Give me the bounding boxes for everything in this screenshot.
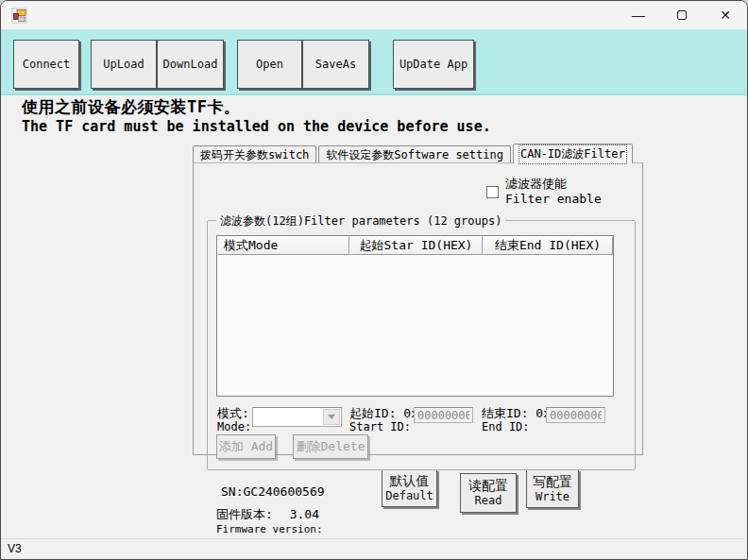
minimize-icon: — xyxy=(632,8,645,23)
titlebar: — ✕ xyxy=(1,1,747,29)
chevron-down-icon xyxy=(328,415,335,419)
toolbar: Connect UpLoad DownLoad Open SaveAs UpDa… xyxy=(1,29,747,95)
tab-control: 拨码开关参数switch 软件设定参数Software setting CAN-… xyxy=(193,144,643,455)
app-window: — ✕ Connect UpLoad DownLoad Open SaveAs … xyxy=(0,0,748,560)
download-button[interactable]: DownLoad xyxy=(157,40,224,89)
tab-strip: 拨码开关参数switch 软件设定参数Software setting CAN-… xyxy=(193,144,635,163)
open-button[interactable]: Open xyxy=(237,40,302,89)
default-button-label-en: Default xyxy=(385,489,434,503)
add-button[interactable]: 添加 Add xyxy=(216,434,276,459)
write-button-label-en: Write xyxy=(536,490,570,504)
firmware-value: 3.04 xyxy=(290,507,319,521)
read-button-label-en: Read xyxy=(475,494,502,508)
start-id-label-cn: 起始ID: 0x xyxy=(349,406,418,420)
filter-enable-checkbox[interactable] xyxy=(486,186,499,198)
update-app-button[interactable]: UpDate App xyxy=(393,40,474,89)
end-id-label-en: End ID: xyxy=(482,420,551,434)
saveas-button[interactable]: SaveAs xyxy=(302,40,369,89)
maximize-icon xyxy=(677,10,687,20)
connect-button[interactable]: Connect xyxy=(13,40,79,89)
delete-button[interactable]: 删除Delete xyxy=(293,434,368,459)
tab-label: CAN-ID滤波Filter xyxy=(520,146,625,162)
filter-parameters-group: 滤波参数(12组)Filter parameters (12 groups) 模… xyxy=(207,220,636,470)
tab-software-setting[interactable]: 软件设定参数Software setting xyxy=(318,145,511,163)
tab-canid-filter[interactable]: CAN-ID滤波Filter xyxy=(513,144,633,163)
end-id-input[interactable] xyxy=(546,407,605,423)
end-id-label-cn: 结束ID: 0x xyxy=(482,406,551,420)
filter-enable-label-en: Filter enable xyxy=(505,192,602,207)
column-header-start-id[interactable]: 起始Star ID(HEX) xyxy=(349,236,483,255)
filter-table-header: 模式Mode 起始Star ID(HEX) 结束End ID(HEX) xyxy=(217,236,613,255)
column-header-mode[interactable]: 模式Mode xyxy=(217,236,349,255)
status-text: V3 xyxy=(8,542,22,555)
filter-table[interactable]: 模式Mode 起始Star ID(HEX) 结束End ID(HEX) xyxy=(216,235,614,397)
upload-button[interactable]: UpLoad xyxy=(91,40,157,89)
filter-parameters-group-title: 滤波参数(12组)Filter parameters (12 groups) xyxy=(216,213,505,229)
serial-number: SN:GC240600569 xyxy=(221,484,325,499)
mode-combobox[interactable] xyxy=(252,407,342,427)
tab-switch-params[interactable]: 拨码开关参数switch xyxy=(193,145,316,163)
default-button[interactable]: 默认值 Default xyxy=(382,469,437,507)
firmware-version-row: 固件版本: 3.04 xyxy=(216,506,319,523)
read-button-label-cn: 读配置 xyxy=(468,478,508,494)
default-button-label-cn: 默认值 xyxy=(390,473,430,489)
firmware-label-en: Firmware version: xyxy=(216,523,323,535)
write-button[interactable]: 写配置 Write xyxy=(526,469,579,508)
status-bar: V3 xyxy=(1,538,747,559)
firmware-label-cn: 固件版本: xyxy=(216,507,273,521)
filter-enable-row: 滤波器使能 Filter enable xyxy=(486,177,602,207)
tab-label: 软件设定参数Software setting xyxy=(326,147,503,163)
close-icon: ✕ xyxy=(720,8,731,23)
column-header-end-id[interactable]: 结束End ID(HEX) xyxy=(483,236,613,255)
minimize-button[interactable]: — xyxy=(617,1,660,29)
start-id-input[interactable] xyxy=(414,407,473,423)
warning-text-en: The TF card must be installed on the dev… xyxy=(22,118,491,135)
write-button-label-cn: 写配置 xyxy=(533,474,572,490)
start-id-label: 起始ID: 0x Start ID: xyxy=(349,406,418,434)
tab-label: 拨码开关参数switch xyxy=(200,147,309,163)
mode-combobox-dropdown-button[interactable] xyxy=(323,409,340,425)
mode-label-en: Mode: xyxy=(217,420,251,434)
close-button[interactable]: ✕ xyxy=(704,1,747,29)
mode-label: 模式: Mode: xyxy=(217,406,251,434)
read-button[interactable]: 读配置 Read xyxy=(460,473,517,513)
warning-text-cn: 使用之前设备必须安装TF卡。 xyxy=(22,96,240,118)
filter-enable-label: 滤波器使能 Filter enable xyxy=(505,177,602,207)
end-id-label: 结束ID: 0x End ID: xyxy=(482,406,551,434)
mode-label-cn: 模式: xyxy=(217,406,251,420)
filter-enable-label-cn: 滤波器使能 xyxy=(505,177,602,192)
start-id-label-en: Start ID: xyxy=(349,420,418,434)
canid-filter-panel: 滤波器使能 Filter enable 滤波参数(12组)Filter para… xyxy=(193,162,643,455)
maximize-button[interactable] xyxy=(660,1,704,29)
app-icon xyxy=(11,8,27,24)
